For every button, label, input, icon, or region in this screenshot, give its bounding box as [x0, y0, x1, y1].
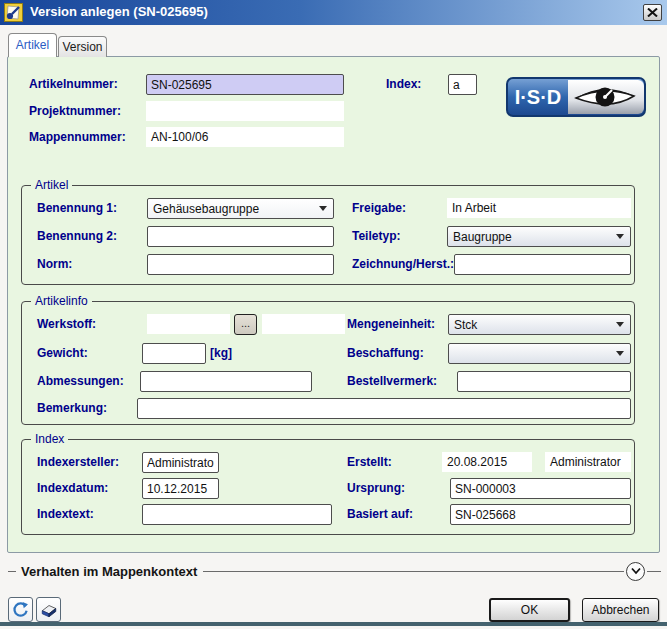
benennung2-field[interactable]: [147, 226, 334, 247]
artikelnummer-field[interactable]: [146, 74, 344, 95]
create-version-icon: [4, 3, 23, 22]
group-artikelinfo-title: Artikelinfo: [31, 294, 92, 308]
bestellvermerk-label: Bestellvermerk:: [347, 374, 437, 388]
indexersteller-label: Indexersteller:: [37, 455, 119, 469]
mengeneinheit-value: Stck: [454, 318, 477, 332]
expander-line: [203, 571, 624, 572]
freigabe-label: Freigabe:: [352, 201, 406, 215]
refresh-button[interactable]: [8, 597, 33, 622]
clear-form-button[interactable]: [36, 597, 61, 622]
werkstoff-label: Werkstoff:: [37, 317, 96, 331]
group-index: Index Indexersteller: Erstellt: 20.08.20…: [21, 439, 635, 535]
mappenkontext-expander[interactable]: Verhalten im Mappenkontext: [0, 556, 667, 586]
zeichnung-field[interactable]: [454, 254, 631, 275]
ellipsis-browse-icon: ...: [241, 317, 250, 329]
bestellvermerk-field[interactable]: [457, 371, 631, 392]
artikel-tab-page: Artikelnummer: Index: I·S·D Projektnumme…: [7, 56, 660, 553]
erstellt-date-field: 20.08.2015: [442, 452, 532, 472]
teiletyp-combobox[interactable]: Baugruppe: [447, 226, 631, 247]
basiert-auf-label: Basiert auf:: [347, 507, 413, 521]
abmessungen-label: Abmessungen:: [37, 374, 124, 388]
ok-button[interactable]: OK: [489, 598, 570, 622]
tab-version[interactable]: Version: [58, 36, 107, 57]
group-artikelinfo: Artikelinfo Werkstoff: ... Mengeneinheit…: [21, 301, 635, 425]
abmessungen-field[interactable]: [140, 371, 312, 392]
gewicht-label: Gewicht:: [37, 346, 88, 360]
gewicht-unit-label: [kg]: [210, 346, 232, 360]
gewicht-field[interactable]: [142, 343, 206, 364]
mappennummer-field[interactable]: AN-100/06: [146, 127, 344, 147]
indexdatum-label: Indexdatum:: [37, 481, 108, 495]
teiletyp-label: Teiletyp:: [352, 229, 400, 243]
indextext-label: Indextext:: [37, 507, 94, 521]
mengeneinheit-label: Mengeneinheit:: [347, 317, 435, 331]
benennung1-label: Benennung 1:: [37, 201, 117, 215]
group-artikel-title: Artikel: [31, 178, 72, 192]
close-icon: [647, 8, 658, 17]
beschaffung-combobox[interactable]: [448, 343, 631, 364]
isd-logo-text: I·S·D: [515, 86, 562, 108]
benennung2-label: Benennung 2:: [37, 229, 117, 243]
norm-label: Norm:: [37, 257, 72, 271]
freigabe-field: In Arbeit: [447, 198, 631, 218]
index-label: Index:: [386, 77, 421, 91]
bemerkung-label: Bemerkung:: [37, 401, 107, 415]
ursprung-label: Ursprung:: [347, 481, 405, 495]
basiert-auf-field[interactable]: [450, 504, 631, 525]
norm-field[interactable]: [147, 254, 334, 275]
beschaffung-label: Beschaffung:: [347, 346, 424, 360]
zeichnung-label: Zeichnung/Herst.:: [352, 257, 454, 271]
indextext-field[interactable]: [142, 504, 332, 525]
index-field[interactable]: [448, 74, 477, 95]
chevron-down-icon: [319, 206, 327, 211]
expander-line-end: [647, 571, 661, 572]
teiletyp-value: Baugruppe: [453, 230, 512, 244]
expander-dash: [8, 571, 16, 572]
expander-toggle-button[interactable]: [626, 562, 645, 581]
benennung1-value: Gehäusebaugruppe: [153, 202, 259, 216]
werkstoff-field-2: [262, 314, 345, 334]
tab-artikel[interactable]: Artikel: [8, 33, 57, 57]
chevron-down-icon: [616, 322, 624, 327]
projektnummer-field[interactable]: [146, 101, 344, 121]
cancel-button[interactable]: Abbrechen: [582, 598, 659, 622]
erstellt-label: Erstellt:: [347, 455, 392, 469]
window-bottom-border: [0, 622, 667, 626]
werkstoff-browse-button[interactable]: ...: [234, 314, 257, 335]
artikelnummer-label: Artikelnummer:: [29, 77, 118, 91]
projektnummer-label: Projektnummer:: [29, 104, 121, 118]
dialog-title: Version anlegen (SN-025695): [30, 4, 208, 19]
ursprung-field[interactable]: [450, 478, 631, 499]
create-version-dialog: { "dialog": { "title": "Version anlegen …: [0, 0, 667, 629]
group-index-title: Index: [31, 432, 68, 446]
chevron-down-circle-icon: [630, 567, 642, 575]
indexersteller-field[interactable]: [142, 452, 219, 473]
chevron-down-icon: [616, 234, 624, 239]
mappennummer-label: Mappennummer:: [29, 130, 126, 144]
clear-form-icon: [40, 601, 58, 619]
indexdatum-field[interactable]: [142, 478, 219, 499]
chevron-down-icon: [616, 351, 624, 356]
expander-label: Verhalten im Mappenkontext: [21, 564, 197, 579]
benennung1-combobox[interactable]: Gehäusebaugruppe: [147, 198, 334, 219]
group-artikel: Artikel Benennung 1: Gehäusebaugruppe Fr…: [21, 185, 635, 285]
close-button[interactable]: [643, 4, 662, 21]
bemerkung-field[interactable]: [137, 398, 631, 419]
titlebar: Version anlegen (SN-025695): [0, 0, 667, 25]
werkstoff-field-1: [147, 314, 230, 334]
refresh-icon: [12, 601, 29, 618]
erstellt-user-field: Administrator: [545, 452, 631, 472]
mengeneinheit-combobox[interactable]: Stck: [448, 314, 631, 335]
isd-logo: I·S·D: [506, 77, 646, 117]
